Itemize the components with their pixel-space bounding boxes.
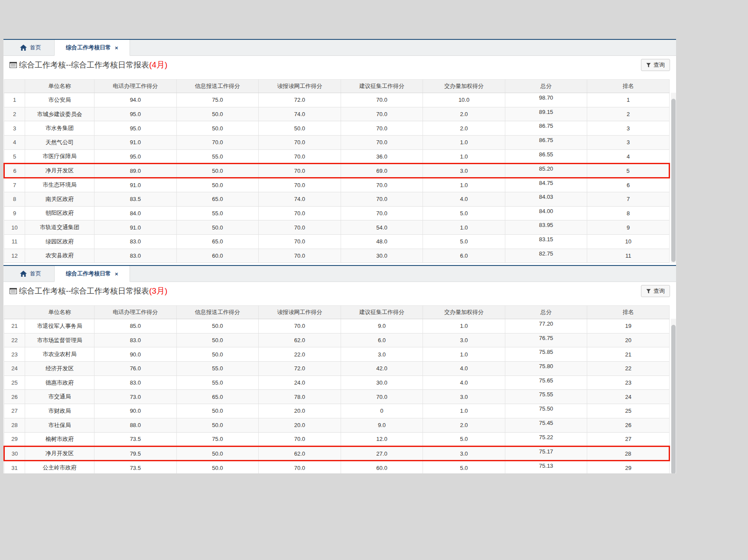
weighted-score: 2.0 [423, 418, 505, 432]
vertical-scrollbar[interactable] [671, 319, 676, 473]
row-index: 31 [4, 460, 25, 473]
row-index: 4 [4, 136, 25, 150]
table-row[interactable]: 2市城乡建设委员会95.050.074.070.02.089.152 [4, 107, 670, 121]
info-score: 50.0 [176, 319, 259, 333]
filter-icon [646, 289, 651, 294]
unit-name: 市公安局 [25, 93, 94, 107]
table-row[interactable]: 26市交通局73.065.078.070.03.075.5524 [4, 390, 670, 404]
table-row[interactable]: 12农安县政府83.060.070.030.06.082.7511 [4, 249, 670, 263]
table-row[interactable]: 23市农业农村局90.050.022.03.01.075.8521 [4, 347, 670, 362]
tab-home[interactable]: 首页 [3, 40, 54, 55]
reading-score: 70.0 [259, 136, 341, 150]
scrollbar-thumb[interactable] [671, 325, 676, 473]
suggestion-score: 30.0 [341, 375, 423, 390]
reading-score: 62.0 [259, 333, 341, 347]
weighted-score: 3.0 [423, 333, 505, 347]
reading-score: 20.0 [259, 404, 341, 418]
query-button[interactable]: 查询 [641, 285, 670, 297]
suggestion-score: 70.0 [341, 93, 423, 107]
table-row[interactable]: 4天然气公司91.070.070.070.01.086.753 [4, 136, 670, 150]
unit-name: 市社保局 [25, 418, 94, 432]
weighted-score: 6.0 [423, 249, 505, 263]
suggestion-score: 70.0 [341, 107, 423, 121]
reading-score: 70.0 [259, 460, 341, 473]
total-score: 75.80 [505, 362, 587, 376]
assessment-table-march: 单位名称 电话办理工作得分 信息报送工作得分 读报读网工作得分 建议征集工作得分… [3, 305, 670, 473]
row-index: 3 [4, 121, 25, 136]
weighted-score: 5.0 [423, 234, 505, 249]
unit-name: 市退役军人事务局 [25, 319, 94, 333]
table-row[interactable]: 31公主岭市政府73.550.070.060.05.075.1329 [4, 460, 670, 473]
table-row[interactable]: 11绿园区政府83.065.070.048.05.083.1510 [4, 234, 670, 249]
table-row[interactable]: 5市医疗保障局95.055.070.036.01.086.554 [4, 149, 670, 164]
info-score: 50.0 [176, 220, 259, 235]
row-index: 23 [4, 347, 25, 362]
rank: 21 [587, 347, 670, 362]
table-row[interactable]: 7市生态环境局91.050.070.070.01.084.756 [4, 178, 670, 192]
suggestion-score: 48.0 [341, 234, 423, 249]
tab-close-icon[interactable]: × [115, 271, 118, 277]
unit-name: 经济开发区 [25, 362, 94, 376]
unit-name: 南关区政府 [25, 192, 94, 206]
suggestion-score: 70.0 [341, 206, 423, 220]
tab-daily-assessment[interactable]: 综合工作考核日常 × [54, 266, 130, 282]
phone-score: 79.5 [94, 447, 177, 461]
header-info-score: 信息报送工作得分 [176, 80, 259, 93]
query-button[interactable]: 查询 [641, 59, 670, 71]
phone-score: 84.0 [94, 206, 177, 220]
tab-daily-assessment[interactable]: 综合工作考核日常 × [54, 40, 130, 56]
table-row[interactable]: 1市公安局94.075.072.070.010.098.701 [4, 93, 670, 107]
table-row[interactable]: 9朝阳区政府84.055.070.070.05.084.008 [4, 206, 670, 220]
table-row[interactable]: 21市退役军人事务局85.050.070.09.01.077.2019 [4, 319, 670, 333]
weighted-score: 5.0 [423, 206, 505, 220]
table-row[interactable]: 25德惠市政府83.055.024.030.04.075.6523 [4, 375, 670, 390]
unit-name: 市市场监督管理局 [25, 333, 94, 347]
tab-home[interactable]: 首页 [3, 266, 54, 282]
table-row[interactable]: 3市水务集团95.050.050.070.02.086.753 [4, 121, 670, 136]
rank: 19 [587, 319, 670, 333]
rank: 8 [587, 206, 670, 220]
page-title-text: 综合工作考核--综合工作考核日常报表 [19, 60, 149, 70]
table-row[interactable]: 24经济开发区76.055.072.042.04.075.8022 [4, 362, 670, 376]
table-row[interactable]: 27市财政局90.050.020.001.075.5025 [4, 404, 670, 418]
total-score: 75.13 [505, 460, 587, 473]
scrollbar-thumb[interactable] [671, 99, 676, 262]
suggestion-score: 36.0 [341, 149, 423, 164]
phone-score: 94.0 [94, 93, 177, 107]
unit-name: 公主岭市政府 [25, 460, 94, 473]
assessment-table-april: 单位名称 电话办理工作得分 信息报送工作得分 读报读网工作得分 建议征集工作得分… [3, 79, 670, 263]
table-row-highlighted[interactable]: 30净月开发区79.550.062.027.03.075.1728 [4, 447, 670, 461]
assessment-table-wrap: 单位名称 电话办理工作得分 信息报送工作得分 读报读网工作得分 建议征集工作得分… [3, 305, 676, 473]
weighted-score: 10.0 [423, 93, 505, 107]
row-index: 30 [4, 447, 25, 461]
phone-score: 76.0 [94, 362, 177, 376]
tab-close-icon[interactable]: × [115, 45, 118, 51]
reading-score: 24.0 [259, 375, 341, 390]
table-row-highlighted[interactable]: 6净月开发区89.050.070.069.03.085.205 [4, 164, 670, 178]
header-weighted-score: 交办量加权得分 [423, 80, 505, 93]
reading-score: 70.0 [259, 319, 341, 333]
tab-bar: 首页 综合工作考核日常 × [3, 266, 676, 282]
table-row[interactable]: 28市社保局88.050.020.09.02.075.4526 [4, 418, 670, 432]
rank: 27 [587, 432, 670, 447]
weighted-score: 2.0 [423, 107, 505, 121]
weighted-score: 3.0 [423, 447, 505, 461]
total-score: 84.03 [505, 192, 587, 206]
table-row[interactable]: 29榆树市政府73.575.070.012.05.075.2227 [4, 432, 670, 447]
phone-score: 83.0 [94, 234, 177, 249]
title-bar: 综合工作考核--综合工作考核日常报表 (3月) 查询 [3, 282, 676, 300]
info-score: 50.0 [176, 164, 259, 178]
weighted-score: 2.0 [423, 121, 505, 136]
suggestion-score: 69.0 [341, 164, 423, 178]
table-row[interactable]: 10市轨道交通集团91.050.070.054.01.083.959 [4, 220, 670, 235]
reading-score: 70.0 [259, 220, 341, 235]
vertical-scrollbar[interactable] [671, 93, 676, 263]
table-row[interactable]: 22市市场监督管理局83.050.062.06.03.076.7520 [4, 333, 670, 347]
phone-score: 83.0 [94, 249, 177, 263]
unit-name: 净月开发区 [25, 447, 94, 461]
info-score: 50.0 [176, 460, 259, 473]
table-row[interactable]: 8南关区政府83.565.074.070.04.084.037 [4, 192, 670, 206]
phone-score: 73.5 [94, 460, 177, 473]
weighted-score: 1.0 [423, 149, 505, 164]
header-weighted-score: 交办量加权得分 [423, 306, 505, 319]
